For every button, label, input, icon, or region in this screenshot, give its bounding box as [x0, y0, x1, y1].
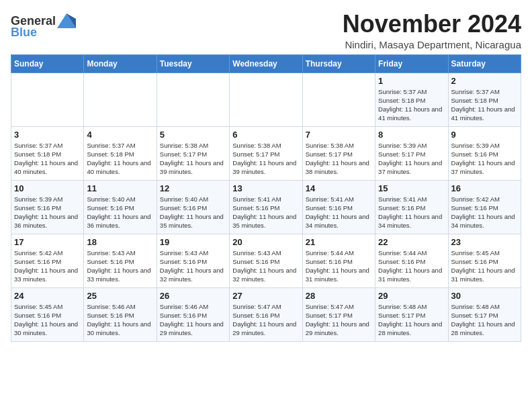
- calendar-cell: 25Sunrise: 5:46 AM Sunset: 5:16 PM Dayli…: [84, 287, 157, 341]
- day-info: Sunrise: 5:48 AM Sunset: 5:17 PM Dayligh…: [378, 302, 445, 338]
- month-title: November 2024: [343, 11, 521, 38]
- calendar-week-row: 17Sunrise: 5:42 AM Sunset: 5:16 PM Dayli…: [11, 234, 521, 287]
- day-number: 4: [87, 130, 153, 140]
- day-number: 22: [378, 237, 445, 247]
- calendar-table: SundayMondayTuesdayWednesdayThursdayFrid…: [11, 54, 521, 342]
- calendar-cell: 2Sunrise: 5:37 AM Sunset: 5:18 PM Daylig…: [448, 73, 521, 126]
- weekday-header-monday: Monday: [84, 54, 157, 73]
- weekday-header-tuesday: Tuesday: [157, 54, 229, 73]
- day-info: Sunrise: 5:39 AM Sunset: 5:16 PM Dayligh…: [14, 195, 81, 230]
- calendar-cell: 16Sunrise: 5:42 AM Sunset: 5:16 PM Dayli…: [448, 180, 521, 234]
- day-info: Sunrise: 5:39 AM Sunset: 5:17 PM Dayligh…: [378, 141, 445, 177]
- day-number: 29: [378, 291, 445, 301]
- calendar-cell: 19Sunrise: 5:43 AM Sunset: 5:16 PM Dayli…: [157, 234, 229, 287]
- logo-icon: [57, 13, 76, 28]
- day-number: 24: [14, 291, 81, 301]
- day-number: 16: [451, 183, 518, 193]
- day-number: 15: [378, 183, 445, 193]
- day-number: 17: [14, 237, 81, 247]
- day-number: 21: [306, 237, 372, 247]
- day-info: Sunrise: 5:38 AM Sunset: 5:17 PM Dayligh…: [232, 141, 299, 177]
- day-number: 19: [160, 237, 226, 247]
- calendar-cell: [302, 73, 375, 126]
- day-info: Sunrise: 5:37 AM Sunset: 5:18 PM Dayligh…: [451, 87, 518, 123]
- calendar-cell: 15Sunrise: 5:41 AM Sunset: 5:16 PM Dayli…: [375, 180, 448, 234]
- day-info: Sunrise: 5:41 AM Sunset: 5:16 PM Dayligh…: [306, 195, 372, 230]
- day-info: Sunrise: 5:45 AM Sunset: 5:16 PM Dayligh…: [451, 248, 518, 284]
- weekday-header-saturday: Saturday: [448, 54, 521, 73]
- calendar-cell: 1Sunrise: 5:37 AM Sunset: 5:18 PM Daylig…: [375, 73, 448, 126]
- day-number: 27: [232, 291, 299, 301]
- day-info: Sunrise: 5:37 AM Sunset: 5:18 PM Dayligh…: [378, 87, 445, 123]
- calendar-cell: 24Sunrise: 5:45 AM Sunset: 5:16 PM Dayli…: [11, 287, 84, 341]
- calendar-week-row: 1Sunrise: 5:37 AM Sunset: 5:18 PM Daylig…: [11, 73, 521, 126]
- day-number: 30: [451, 291, 518, 301]
- day-info: Sunrise: 5:44 AM Sunset: 5:16 PM Dayligh…: [378, 248, 445, 284]
- calendar-cell: 21Sunrise: 5:44 AM Sunset: 5:16 PM Dayli…: [302, 234, 375, 287]
- day-info: Sunrise: 5:46 AM Sunset: 5:16 PM Dayligh…: [87, 302, 153, 338]
- calendar-cell: 9Sunrise: 5:39 AM Sunset: 5:16 PM Daylig…: [448, 126, 521, 180]
- weekday-header-friday: Friday: [375, 54, 448, 73]
- weekday-header-thursday: Thursday: [302, 54, 375, 73]
- calendar-cell: 14Sunrise: 5:41 AM Sunset: 5:16 PM Dayli…: [302, 180, 375, 234]
- day-number: 1: [378, 76, 445, 86]
- day-info: Sunrise: 5:43 AM Sunset: 5:16 PM Dayligh…: [232, 248, 299, 284]
- calendar-cell: 7Sunrise: 5:38 AM Sunset: 5:17 PM Daylig…: [302, 126, 375, 180]
- calendar-week-row: 10Sunrise: 5:39 AM Sunset: 5:16 PM Dayli…: [11, 180, 521, 234]
- calendar-cell: [230, 73, 302, 126]
- calendar-cell: 27Sunrise: 5:47 AM Sunset: 5:16 PM Dayli…: [230, 287, 302, 341]
- logo-blue: Blue: [11, 26, 37, 40]
- day-number: 14: [306, 183, 372, 193]
- day-number: 26: [160, 291, 226, 301]
- calendar-cell: 3Sunrise: 5:37 AM Sunset: 5:18 PM Daylig…: [11, 126, 84, 180]
- day-info: Sunrise: 5:42 AM Sunset: 5:16 PM Dayligh…: [14, 248, 81, 284]
- day-number: 23: [451, 237, 518, 247]
- day-info: Sunrise: 5:43 AM Sunset: 5:16 PM Dayligh…: [87, 248, 153, 284]
- day-number: 20: [232, 237, 299, 247]
- day-number: 2: [451, 76, 518, 86]
- day-info: Sunrise: 5:38 AM Sunset: 5:17 PM Dayligh…: [306, 141, 372, 177]
- day-info: Sunrise: 5:38 AM Sunset: 5:17 PM Dayligh…: [160, 141, 226, 177]
- header: General Blue November 2024 Nindiri, Masa…: [11, 11, 521, 50]
- day-info: Sunrise: 5:39 AM Sunset: 5:16 PM Dayligh…: [451, 141, 518, 177]
- location-title: Nindiri, Masaya Department, Nicaragua: [343, 39, 521, 50]
- day-info: Sunrise: 5:44 AM Sunset: 5:16 PM Dayligh…: [306, 248, 372, 284]
- day-info: Sunrise: 5:40 AM Sunset: 5:16 PM Dayligh…: [87, 195, 153, 230]
- calendar-cell: 17Sunrise: 5:42 AM Sunset: 5:16 PM Dayli…: [11, 234, 84, 287]
- weekday-header-row: SundayMondayTuesdayWednesdayThursdayFrid…: [11, 54, 521, 73]
- calendar-cell: 23Sunrise: 5:45 AM Sunset: 5:16 PM Dayli…: [448, 234, 521, 287]
- weekday-header-sunday: Sunday: [11, 54, 84, 73]
- day-info: Sunrise: 5:37 AM Sunset: 5:18 PM Dayligh…: [14, 141, 81, 177]
- day-number: 12: [160, 183, 226, 193]
- day-number: 18: [87, 237, 153, 247]
- day-info: Sunrise: 5:40 AM Sunset: 5:16 PM Dayligh…: [160, 195, 226, 230]
- calendar-cell: 13Sunrise: 5:41 AM Sunset: 5:16 PM Dayli…: [230, 180, 302, 234]
- day-number: 8: [378, 130, 445, 140]
- weekday-header-wednesday: Wednesday: [230, 54, 302, 73]
- day-number: 5: [160, 130, 226, 140]
- calendar-week-row: 3Sunrise: 5:37 AM Sunset: 5:18 PM Daylig…: [11, 126, 521, 180]
- calendar-cell: 30Sunrise: 5:48 AM Sunset: 5:17 PM Dayli…: [448, 287, 521, 341]
- title-area: November 2024 Nindiri, Masaya Department…: [343, 11, 521, 50]
- day-info: Sunrise: 5:47 AM Sunset: 5:16 PM Dayligh…: [232, 302, 299, 338]
- day-info: Sunrise: 5:46 AM Sunset: 5:16 PM Dayligh…: [160, 302, 226, 338]
- calendar-cell: 28Sunrise: 5:47 AM Sunset: 5:17 PM Dayli…: [302, 287, 375, 341]
- logo: General Blue: [11, 13, 76, 40]
- day-info: Sunrise: 5:48 AM Sunset: 5:17 PM Dayligh…: [451, 302, 518, 338]
- calendar-cell: 10Sunrise: 5:39 AM Sunset: 5:16 PM Dayli…: [11, 180, 84, 234]
- calendar-cell: [157, 73, 229, 126]
- day-number: 10: [14, 183, 81, 193]
- day-info: Sunrise: 5:45 AM Sunset: 5:16 PM Dayligh…: [14, 302, 81, 338]
- calendar-cell: 5Sunrise: 5:38 AM Sunset: 5:17 PM Daylig…: [157, 126, 229, 180]
- calendar-cell: [11, 73, 84, 126]
- day-number: 7: [306, 130, 372, 140]
- calendar-cell: 6Sunrise: 5:38 AM Sunset: 5:17 PM Daylig…: [230, 126, 302, 180]
- calendar-cell: 22Sunrise: 5:44 AM Sunset: 5:16 PM Dayli…: [375, 234, 448, 287]
- day-number: 28: [306, 291, 372, 301]
- calendar-cell: 8Sunrise: 5:39 AM Sunset: 5:17 PM Daylig…: [375, 126, 448, 180]
- day-number: 13: [232, 183, 299, 193]
- calendar-cell: 26Sunrise: 5:46 AM Sunset: 5:16 PM Dayli…: [157, 287, 229, 341]
- day-info: Sunrise: 5:41 AM Sunset: 5:16 PM Dayligh…: [232, 195, 299, 230]
- calendar-cell: 11Sunrise: 5:40 AM Sunset: 5:16 PM Dayli…: [84, 180, 157, 234]
- day-number: 25: [87, 291, 153, 301]
